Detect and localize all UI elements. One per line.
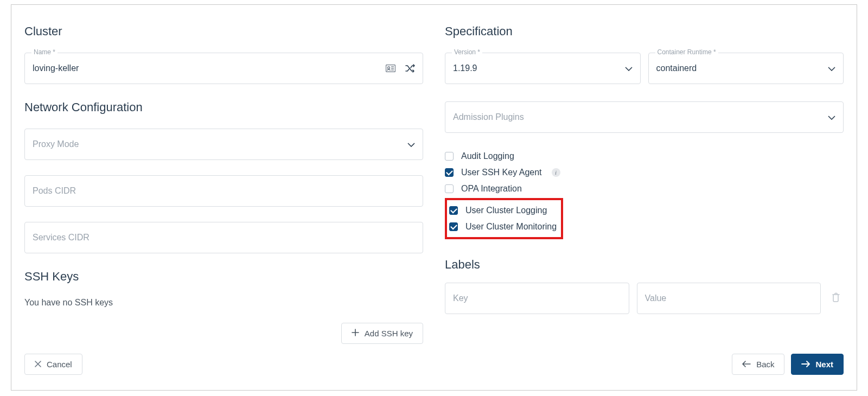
add-ssh-label: Add SSH key xyxy=(365,329,413,338)
user-cluster-logging-row: User Cluster Logging xyxy=(449,202,557,219)
id-card-icon[interactable] xyxy=(386,65,395,72)
opa-label: OPA Integration xyxy=(461,184,522,194)
audit-logging-row: Audit Logging xyxy=(445,148,844,164)
runtime-select[interactable]: Container Runtime * containerd xyxy=(648,53,844,84)
user-cluster-monitoring-checkbox[interactable] xyxy=(449,222,458,231)
arrow-right-icon xyxy=(801,360,810,369)
user-cluster-monitoring-row: User Cluster Monitoring xyxy=(449,219,557,235)
opa-row: OPA Integration xyxy=(445,181,844,197)
left-column: Cluster Name * Network Configuration Pro… xyxy=(24,24,423,344)
wizard-footer: Cancel Back Next xyxy=(24,354,844,375)
right-column: Specification Version * 1.19.9 Container… xyxy=(445,24,844,344)
label-key-input[interactable] xyxy=(453,293,621,303)
version-value: 1.19.9 xyxy=(453,63,625,73)
pods-cidr-field[interactable] xyxy=(24,175,423,207)
back-label: Back xyxy=(756,360,774,369)
close-icon xyxy=(35,360,41,369)
labels-row xyxy=(445,283,844,314)
network-heading: Network Configuration xyxy=(24,100,423,114)
next-label: Next xyxy=(815,360,833,369)
proxy-mode-select[interactable]: Proxy Mode xyxy=(24,129,423,160)
version-select[interactable]: Version * 1.19.9 xyxy=(445,53,641,84)
ssh-agent-label: User SSH Key Agent xyxy=(461,168,542,177)
name-input[interactable] xyxy=(33,63,386,73)
admission-placeholder: Admission Plugins xyxy=(453,112,828,122)
opa-checkbox[interactable] xyxy=(445,184,454,193)
name-field[interactable]: Name * xyxy=(24,53,423,84)
user-cluster-logging-checkbox[interactable] xyxy=(449,206,458,215)
trash-icon[interactable] xyxy=(828,289,844,308)
info-icon[interactable]: i xyxy=(552,168,560,177)
label-value-input[interactable] xyxy=(645,293,813,303)
version-label: Version * xyxy=(452,48,482,56)
chevron-down-icon xyxy=(407,139,415,149)
ssh-heading: SSH Keys xyxy=(24,270,423,284)
svg-point-1 xyxy=(388,67,390,69)
chevron-down-icon xyxy=(625,63,633,73)
audit-logging-label: Audit Logging xyxy=(461,151,514,161)
audit-logging-checkbox[interactable] xyxy=(445,152,454,161)
ssh-agent-row: User SSH Key Agent i xyxy=(445,164,844,181)
shuffle-icon[interactable] xyxy=(405,64,415,73)
chevron-down-icon xyxy=(828,63,835,73)
back-button[interactable]: Back xyxy=(732,354,784,375)
ssh-empty-message: You have no SSH keys xyxy=(24,298,423,308)
chevron-down-icon xyxy=(828,112,835,122)
cluster-create-form: Cluster Name * Network Configuration Pro… xyxy=(11,4,857,391)
cancel-label: Cancel xyxy=(47,360,72,369)
user-cluster-logging-label: User Cluster Logging xyxy=(465,206,547,215)
labels-heading: Labels xyxy=(445,258,844,272)
pods-cidr-input[interactable] xyxy=(33,186,415,196)
spec-checkboxes: Audit Logging User SSH Key Agent i OPA I… xyxy=(445,148,844,239)
admission-plugins-select[interactable]: Admission Plugins xyxy=(445,101,844,133)
next-button[interactable]: Next xyxy=(791,354,844,375)
services-cidr-input[interactable] xyxy=(33,233,415,242)
plus-icon xyxy=(352,329,359,338)
name-label: Name * xyxy=(31,48,58,56)
runtime-label: Container Runtime * xyxy=(655,48,718,56)
runtime-value: containerd xyxy=(656,63,828,73)
cancel-button[interactable]: Cancel xyxy=(24,354,82,375)
user-cluster-monitoring-label: User Cluster Monitoring xyxy=(465,222,557,232)
spec-heading: Specification xyxy=(445,24,844,39)
services-cidr-field[interactable] xyxy=(24,222,423,253)
cluster-heading: Cluster xyxy=(24,24,423,39)
label-value-field[interactable] xyxy=(637,283,821,314)
label-key-field[interactable] xyxy=(445,283,629,314)
proxy-mode-placeholder: Proxy Mode xyxy=(33,139,407,149)
ssh-agent-checkbox[interactable] xyxy=(445,168,454,177)
arrow-left-icon xyxy=(742,360,751,369)
add-ssh-key-button[interactable]: Add SSH key xyxy=(341,323,423,344)
highlight-annotation: User Cluster Logging User Cluster Monito… xyxy=(445,198,563,239)
